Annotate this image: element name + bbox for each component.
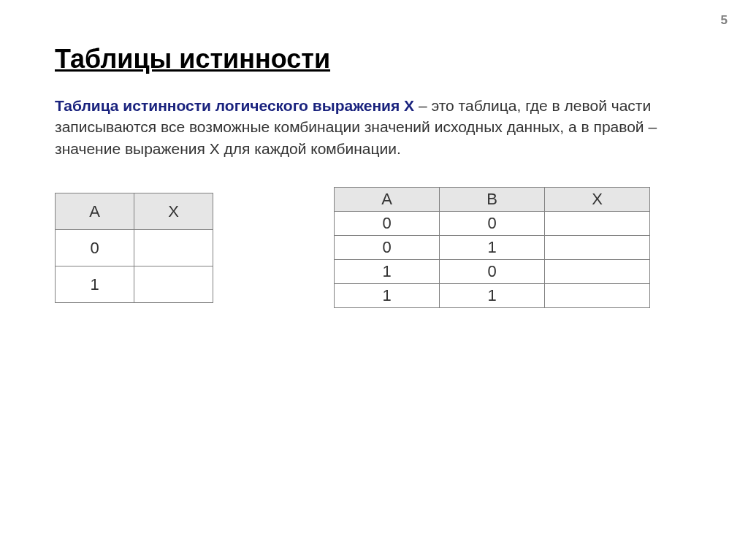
table-cell: 1 bbox=[440, 236, 545, 260]
table-cell: 0 bbox=[335, 236, 440, 260]
table-row: 1 0 bbox=[335, 260, 650, 284]
table-cell: 1 bbox=[335, 284, 440, 308]
table-header-cell: X bbox=[134, 193, 213, 230]
table-header-row: A B X bbox=[335, 188, 650, 212]
truth-table-one-variable: A X 0 1 bbox=[55, 193, 213, 303]
table-row: 0 0 bbox=[335, 212, 650, 236]
table-cell bbox=[545, 236, 650, 260]
table-header-row: A X bbox=[56, 193, 213, 230]
table-cell bbox=[134, 266, 213, 303]
definition-term: Таблица истинности логического выражения… bbox=[55, 97, 414, 114]
table2-wrapper: A B X 0 0 0 1 1 0 bbox=[334, 187, 650, 308]
table-header-cell: A bbox=[56, 193, 134, 230]
table-cell: 1 bbox=[56, 266, 134, 303]
table-cell bbox=[545, 212, 650, 236]
table-cell: 0 bbox=[56, 230, 134, 266]
table-cell bbox=[134, 230, 213, 266]
table-cell: 0 bbox=[440, 260, 545, 284]
table-header-cell: B bbox=[440, 188, 545, 212]
table-row: 0 1 bbox=[335, 236, 650, 260]
table-row: 1 bbox=[56, 266, 213, 303]
table-header-cell: A bbox=[335, 188, 440, 212]
table-cell: 1 bbox=[335, 260, 440, 284]
truth-table-two-variables: A B X 0 0 0 1 1 0 bbox=[334, 187, 650, 308]
tables-container: A X 0 1 A B X bbox=[55, 193, 693, 308]
table-row: 1 1 bbox=[335, 284, 650, 308]
table-row: 0 bbox=[56, 230, 213, 266]
page-number: 5 bbox=[721, 13, 728, 28]
table-cell: 0 bbox=[440, 212, 545, 236]
table-cell: 1 bbox=[440, 284, 545, 308]
table-cell bbox=[545, 284, 650, 308]
definition-paragraph: Таблица истинности логического выражения… bbox=[55, 95, 693, 159]
table-cell: 0 bbox=[335, 212, 440, 236]
table-cell bbox=[545, 260, 650, 284]
table-header-cell: X bbox=[545, 188, 650, 212]
page-title: Таблицы истинности bbox=[55, 44, 693, 74]
